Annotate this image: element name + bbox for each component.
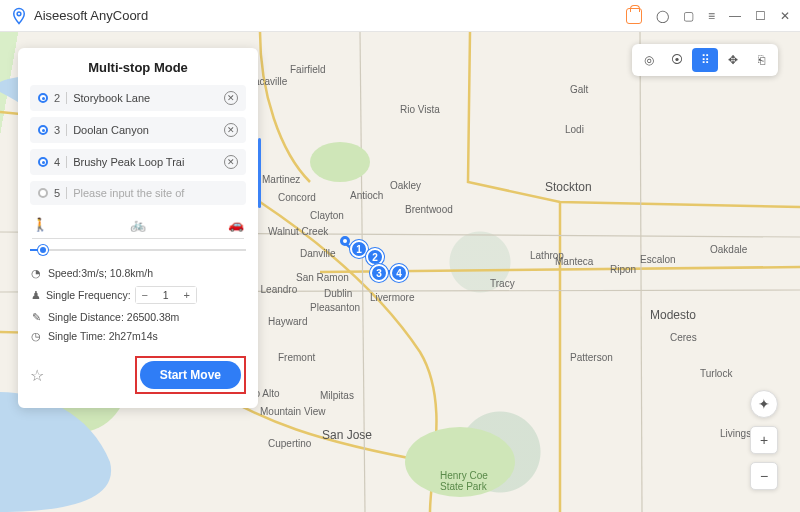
city-label: Fremont (278, 352, 315, 363)
cart-icon[interactable] (626, 8, 642, 24)
zoom-out-button[interactable]: − (750, 462, 778, 490)
stop-number: 3 (54, 124, 60, 136)
menu-icon[interactable]: ≡ (708, 9, 715, 23)
city-label: Escalon (640, 254, 676, 265)
start-move-button[interactable]: Start Move (140, 361, 241, 389)
city-label: Brentwood (405, 204, 453, 215)
frequency-row: ♟ Single Frequency: − 1 + (30, 286, 246, 304)
stop-row[interactable]: 2 Storybook Lane ✕ (30, 85, 246, 111)
walk-mode-icon[interactable]: 🚶 (32, 217, 48, 232)
city-label: Milpitas (320, 390, 354, 401)
delete-stop-icon[interactable]: ✕ (224, 123, 238, 137)
city-label: Mountain View (260, 406, 325, 417)
radio-icon (38, 125, 48, 135)
radio-icon (38, 93, 48, 103)
window-maximize-icon[interactable]: ☐ (755, 9, 766, 23)
app-logo-icon (10, 7, 28, 25)
city-label: Hayward (268, 316, 307, 327)
app-title: Aiseesoft AnyCoord (34, 8, 626, 23)
city-label: Fairfield (290, 64, 326, 75)
svg-point-0 (17, 11, 21, 15)
city-label: Martinez (262, 174, 300, 185)
map-controls: ✦ + − (750, 390, 778, 490)
stop-row[interactable]: 4 Brushy Peak Loop Trai ✕ (30, 149, 246, 175)
waypoint-marker[interactable]: 2 (366, 248, 384, 266)
slider-thumb[interactable] (38, 245, 48, 255)
map-mode-toolbar: ◎ ⦿ ⠿ ✥ ⎗ (632, 44, 778, 76)
city-label: Ripon (610, 264, 636, 275)
stop-number: 2 (54, 92, 60, 104)
person-icon: ♟ (30, 289, 42, 301)
radio-icon (38, 188, 48, 198)
window-restore-icon[interactable]: ▢ (683, 9, 694, 23)
scrollbar-indicator[interactable] (258, 138, 261, 208)
window-minimize-icon[interactable]: — (729, 9, 741, 23)
stop-row-empty[interactable]: 5 Please input the site of (30, 181, 246, 205)
freq-increment[interactable]: + (178, 287, 196, 303)
stop-row[interactable]: 3 Doolan Canyon ✕ (30, 117, 246, 143)
svg-point-3 (310, 142, 370, 182)
speed-readout: ◔Speed:3m/s; 10.8km/h (30, 267, 246, 279)
stop-name: Doolan Canyon (73, 124, 224, 136)
stop-number: 4 (54, 156, 60, 168)
city-label: Galt (570, 84, 588, 95)
user-icon[interactable]: ◯ (656, 9, 669, 23)
city-label: San Ramon (296, 272, 349, 283)
radio-icon (38, 157, 48, 167)
freq-decrement[interactable]: − (136, 287, 154, 303)
stop-number: 5 (54, 187, 60, 199)
city-label: Patterson (570, 352, 613, 363)
delete-stop-icon[interactable]: ✕ (224, 155, 238, 169)
city-label: Turlock (700, 368, 732, 379)
stop-placeholder: Please input the site of (73, 187, 238, 199)
stop-name: Brushy Peak Loop Trai (73, 156, 224, 168)
city-label: Clayton (310, 210, 344, 221)
city-label: Ceres (670, 332, 697, 343)
compass-button[interactable]: ✦ (750, 390, 778, 418)
city-label: Rio Vista (400, 104, 440, 115)
waypoint-start-dot[interactable] (340, 236, 350, 246)
car-mode-icon[interactable]: 🚗 (228, 217, 244, 232)
ruler-icon: ✎ (30, 311, 42, 323)
favorite-icon[interactable]: ☆ (30, 366, 44, 385)
city-label: Pleasanton (310, 302, 360, 313)
delete-stop-icon[interactable]: ✕ (224, 91, 238, 105)
start-move-highlight: Start Move (135, 356, 246, 394)
zoom-in-button[interactable]: + (750, 426, 778, 454)
mode-teleport-icon[interactable]: ◎ (636, 48, 662, 72)
waypoint-marker[interactable]: 4 (390, 264, 408, 282)
waypoint-marker[interactable]: 3 (370, 264, 388, 282)
mode-multistop-icon[interactable]: ⠿ (692, 48, 718, 72)
city-label: Antioch (350, 190, 383, 201)
mode-onestop-icon[interactable]: ⦿ (664, 48, 690, 72)
mode-exit-icon[interactable]: ⎗ (748, 48, 774, 72)
city-label: Dublin (324, 288, 352, 299)
city-label: Oakley (390, 180, 421, 191)
mode-joystick-icon[interactable]: ✥ (720, 48, 746, 72)
bike-mode-icon[interactable]: 🚲 (130, 217, 146, 232)
city-label: Livermore (370, 292, 414, 303)
city-label: Cupertino (268, 438, 311, 449)
title-bar: Aiseesoft AnyCoord ◯ ▢ ≡ — ☐ ✕ (0, 0, 800, 32)
park-label: Henry Coe State Park (440, 470, 488, 492)
city-label: Lodi (565, 124, 584, 135)
city-label: San Jose (322, 428, 372, 442)
route-panel: Multi-stop Mode 2 Storybook Lane ✕ 3 Doo… (18, 48, 258, 408)
stop-name: Storybook Lane (73, 92, 224, 104)
panel-title: Multi-stop Mode (30, 60, 246, 75)
time-readout: ◷Single Time: 2h27m14s (30, 330, 246, 342)
window-close-icon[interactable]: ✕ (780, 9, 790, 23)
clock-icon: ◷ (30, 330, 42, 342)
city-label: Oakdale (710, 244, 747, 255)
frequency-stepper: − 1 + (135, 286, 197, 304)
city-label: Stockton (545, 180, 592, 194)
speed-slider[interactable] (30, 243, 246, 257)
freq-value: 1 (154, 289, 178, 301)
city-label: Walnut Creek (268, 226, 328, 237)
city-label: Tracy (490, 278, 515, 289)
city-label: Lathrop (530, 250, 564, 261)
distance-readout: ✎Single Distance: 26500.38m (30, 311, 246, 323)
city-label: Concord (278, 192, 316, 203)
city-label: Modesto (650, 308, 696, 322)
city-label: Danville (300, 248, 336, 259)
